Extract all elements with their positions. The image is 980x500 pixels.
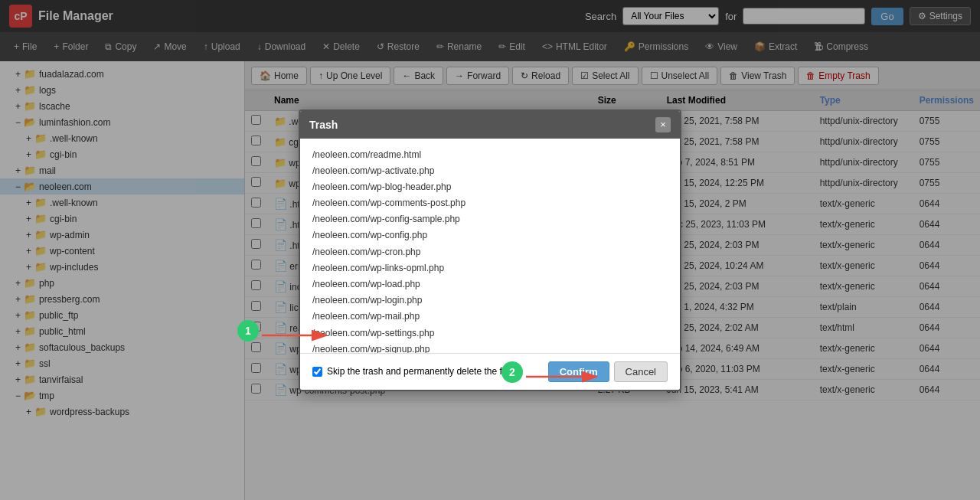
modal-file-item: /neoleen.com/readme.html bbox=[312, 148, 668, 162]
modal-close-button[interactable]: × bbox=[655, 117, 671, 132]
modal-file-item: /neoleen.com/wp-signup.php bbox=[312, 342, 668, 353]
annotation-arrow-2 bbox=[526, 369, 603, 387]
modal-overlay: Trash × /neoleen.com/readme.html/neoleen… bbox=[0, 0, 980, 500]
modal-file-item: /neoleen.com/wp-config-sample.php bbox=[312, 212, 668, 227]
cancel-button[interactable]: Cancel bbox=[614, 361, 668, 382]
skip-trash-checkbox[interactable] bbox=[312, 367, 322, 377]
modal-file-item: /neoleen.com/wp-links-opml.php bbox=[312, 261, 668, 276]
modal-file-item: /neoleen.com/wp-mail.php bbox=[312, 309, 668, 324]
modal-file-item: /neoleen.com/wp-activate.php bbox=[312, 164, 668, 178]
modal-file-item: /neoleen.com/wp-cron.php bbox=[312, 245, 668, 260]
annotation-2: 2 bbox=[501, 361, 523, 383]
trash-modal: Trash × /neoleen.com/readme.html/neoleen… bbox=[299, 109, 681, 391]
modal-file-item: /neoleen.com/wp-comments-post.php bbox=[312, 196, 668, 211]
modal-title: Trash bbox=[309, 119, 338, 131]
skip-trash-text: Skip the trash and permanently delete th… bbox=[327, 366, 516, 377]
modal-footer: Skip the trash and permanently delete th… bbox=[300, 353, 680, 390]
modal-file-item: /neoleen.com/wp-blog-header.php bbox=[312, 180, 668, 194]
modal-file-item: /neoleen.com/wp-load.php bbox=[312, 277, 668, 292]
modal-file-item: /neoleen.com/wp-config.php bbox=[312, 228, 668, 243]
annotation-1: 1 bbox=[237, 320, 259, 342]
skip-trash-label[interactable]: Skip the trash and permanently delete th… bbox=[312, 366, 516, 377]
modal-file-item: /neoleen.com/wp-settings.php bbox=[312, 326, 668, 341]
modal-body: /neoleen.com/readme.html/neoleen.com/wp-… bbox=[300, 139, 680, 353]
modal-file-item: /neoleen.com/wp-login.php bbox=[312, 293, 668, 308]
modal-title-bar: Trash × bbox=[300, 111, 680, 139]
annotation-arrow-1 bbox=[262, 328, 331, 345]
